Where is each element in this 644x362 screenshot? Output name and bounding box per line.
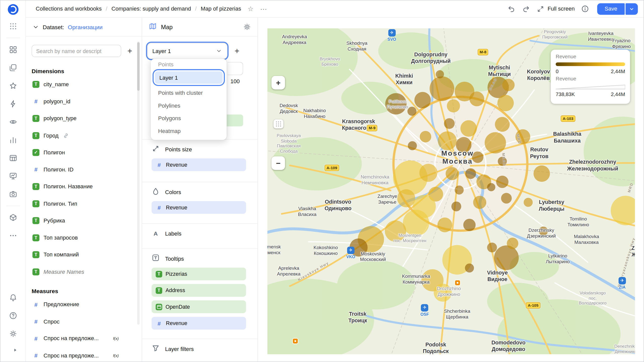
field-pill[interactable]: #Revenue (151, 317, 246, 330)
nav-favorites-icon[interactable] (5, 78, 21, 94)
nav-dashboards-icon[interactable] (5, 168, 21, 184)
map-bubble[interactable] (456, 137, 471, 153)
map-bubble[interactable] (502, 79, 515, 91)
more-actions-icon[interactable]: ⋯ (260, 5, 267, 13)
field-item[interactable]: TПолигон. Название (32, 178, 136, 195)
map-bubble[interactable] (460, 120, 477, 137)
nav-connections-icon[interactable] (5, 96, 21, 112)
favorite-star-icon[interactable]: ☆ (248, 5, 254, 13)
breadcrumb-item[interactable]: Map of pizzerias (201, 6, 241, 12)
map-bubble[interactable] (524, 198, 533, 207)
save-options-chevron-icon[interactable] (626, 3, 638, 15)
map-bubble[interactable] (498, 157, 507, 166)
map-bubble[interactable] (447, 99, 460, 112)
nav-charts-icon[interactable] (5, 132, 21, 148)
map-bubble[interactable] (397, 189, 415, 207)
map-canvas[interactable]: MoscowМоскваKhimkiХимкиDolgoprudnyДолгоп… (267, 28, 635, 354)
map-bubble[interactable] (463, 219, 476, 231)
field-item[interactable]: ✓Полигон (32, 144, 136, 161)
map-bubble[interactable] (437, 217, 452, 232)
chart-settings-gear-icon[interactable] (243, 23, 251, 31)
field-item[interactable]: TПолигон. Тип (32, 195, 136, 212)
map-bubble[interactable] (487, 243, 497, 252)
map-bubble[interactable] (469, 92, 484, 106)
field-item[interactable]: Tcity_name (32, 76, 136, 93)
map-bubble[interactable] (403, 210, 429, 236)
field-pill[interactable]: #Revenue (151, 201, 246, 214)
undo-icon[interactable] (507, 5, 516, 13)
collapse-panel-icon[interactable] (7, 342, 23, 358)
search-input[interactable] (32, 45, 121, 57)
nav-widgets-icon[interactable] (5, 41, 21, 58)
breadcrumb-item[interactable]: Collections and workbooks (36, 6, 102, 12)
zoom-out-button[interactable]: − (271, 156, 285, 170)
map-bubble[interactable] (408, 141, 417, 150)
scrollbar[interactable] (137, 41, 140, 325)
breadcrumb-item[interactable]: Companies: supply and demand (111, 6, 191, 12)
map-bubble[interactable] (434, 284, 452, 302)
field-item[interactable]: #polygon_id (32, 93, 136, 110)
map-bubble[interactable] (455, 186, 464, 195)
nav-services-icon[interactable] (5, 209, 21, 226)
map-bubble[interactable] (385, 220, 406, 242)
nav-datasets-icon[interactable] (5, 150, 21, 166)
add-layer-button[interactable]: + (231, 45, 243, 57)
map-bubble[interactable] (515, 129, 530, 144)
dropdown-item[interactable]: Polygons (151, 112, 227, 125)
field-pill[interactable]: TAddress (151, 284, 246, 297)
add-field-button[interactable]: + (124, 45, 136, 57)
redo-icon[interactable] (522, 5, 530, 13)
scrollbar-thumb[interactable] (137, 42, 140, 91)
field-item[interactable]: #Спрос на предложе...f(x) (32, 330, 136, 347)
layer-select[interactable]: Layer 1 (147, 43, 227, 59)
field-item[interactable]: TРубрика (32, 212, 136, 229)
geopoints-field-fragment[interactable] (227, 115, 243, 126)
dataset-name-link[interactable]: Организации (68, 24, 103, 30)
map-bubble[interactable] (497, 95, 514, 111)
settings-gear-icon[interactable] (5, 326, 21, 342)
map-bubble[interactable] (438, 131, 457, 150)
map-bubble[interactable] (349, 239, 368, 257)
zoom-in-button[interactable]: + (271, 76, 285, 89)
map-bubble[interactable] (420, 131, 431, 143)
fullscreen-icon[interactable] (537, 5, 544, 12)
map-bubble[interactable] (495, 117, 510, 132)
field-item[interactable]: TГород (32, 127, 136, 144)
nav-collections-icon[interactable] (5, 60, 21, 76)
map-bubble[interactable] (465, 263, 474, 273)
field-item[interactable]: TТоп компаний (32, 246, 136, 263)
field-item[interactable]: #Спрос на предложе...f(x) (32, 347, 136, 361)
map-bubble[interactable] (485, 132, 506, 154)
save-button[interactable]: Save (597, 3, 625, 15)
nav-gallery-icon[interactable] (5, 186, 21, 202)
map-bubble[interactable] (507, 238, 518, 249)
field-item[interactable]: TMeasure Names (32, 263, 136, 280)
map-bubble[interactable] (473, 196, 486, 209)
ruler-tool-button[interactable] (273, 119, 283, 128)
map-bubble[interactable] (408, 107, 417, 116)
field-item[interactable]: TТоп запросов (32, 229, 136, 246)
field-item[interactable]: #Спрос (32, 313, 136, 330)
field-pill[interactable]: #Revenue (151, 158, 246, 171)
map-bubble[interactable] (539, 227, 548, 236)
map-bubble[interactable] (472, 151, 484, 163)
dropdown-item[interactable]: Points with cluster (151, 86, 227, 99)
map-bubble[interactable] (385, 93, 407, 115)
map-bubble[interactable] (414, 92, 431, 108)
dropdown-item[interactable]: Points (151, 60, 227, 69)
map-bubble[interactable] (487, 183, 495, 191)
opacity-input-fragment[interactable] (227, 62, 243, 75)
datalens-logo[interactable] (7, 3, 19, 17)
map-bubble[interactable] (496, 176, 508, 188)
help-icon[interactable] (5, 307, 21, 324)
map-bubble[interactable] (501, 193, 512, 203)
dropdown-item-selected[interactable]: Layer 1 (155, 71, 223, 84)
map-bubble[interactable] (436, 70, 444, 78)
apps-grid-icon[interactable] (5, 18, 21, 34)
nav-monitoring-icon[interactable] (5, 114, 21, 130)
field-item[interactable]: Tpolygon_type (32, 110, 136, 127)
map-bubble[interactable] (419, 164, 437, 182)
dropdown-item[interactable]: Heatmap (151, 125, 227, 138)
field-item[interactable]: #Предложение (32, 296, 136, 313)
map-bubble[interactable] (494, 245, 519, 270)
